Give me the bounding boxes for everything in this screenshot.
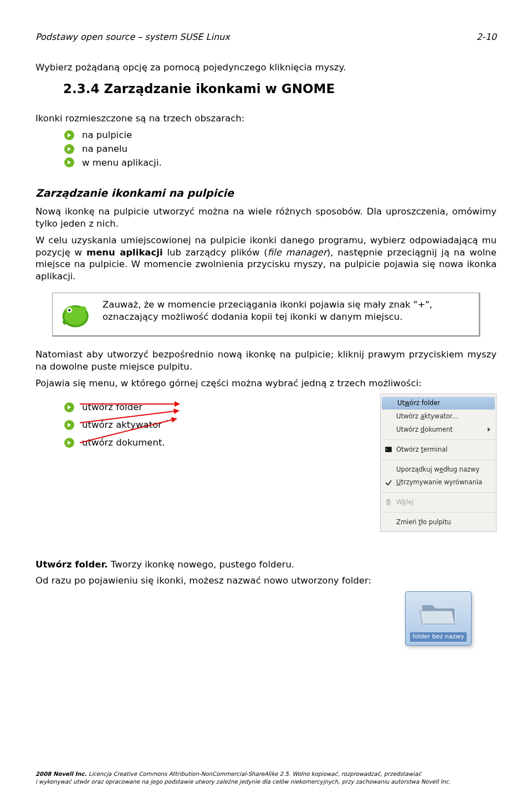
text: Zmień — [396, 518, 418, 526]
text: ktywator... — [424, 412, 458, 420]
check-icon — [385, 479, 392, 487]
list-item: w menu aplikacji. — [35, 157, 497, 169]
page-number: 2-10 — [477, 31, 497, 43]
menu-separator — [381, 512, 496, 513]
paragraph: Pojawia się menu, w którego górnej częśc… — [35, 377, 497, 390]
paragraph: Utwórz folder. Tworzy ikonkę nowego, pus… — [35, 559, 497, 571]
arrow-icon — [64, 130, 74, 140]
menu-item-create-launcher[interactable]: Utwórz aktywator... — [381, 410, 496, 423]
menu-item-keep-aligned[interactable]: Utrzymywanie wyrównania — [381, 476, 496, 489]
list-item: utwórz aktywator — [35, 419, 360, 431]
doc-title: Podstawy open source – system SUSE Linux — [35, 31, 230, 43]
list-item: na pulpicie — [35, 129, 497, 141]
list-item: na panelu — [35, 143, 497, 155]
text-italic: file manager — [268, 247, 327, 258]
copyright: 2008 Novell Inc. Licencja Creative Commo… — [35, 770, 497, 786]
text: e — [439, 466, 443, 473]
options-list: utwórz folder utwórz aktywator utwórz do… — [35, 396, 360, 454]
text: trzymywanie wyrównania — [401, 478, 482, 486]
paste-icon — [385, 499, 392, 507]
text: erminal — [423, 446, 448, 453]
text: ło pulpitu — [421, 518, 451, 526]
list-item-label: na panelu — [82, 143, 127, 155]
menu-separator — [381, 439, 496, 440]
red-arrow-icon — [80, 403, 180, 405]
svg-point-5 — [79, 306, 87, 312]
text-bold: Utwórz folder. — [35, 559, 108, 570]
arrow-icon — [64, 144, 74, 154]
geeko-icon — [60, 299, 93, 330]
arrow-icon — [64, 157, 74, 167]
folder-selection[interactable]: folder bez nazwy — [405, 591, 471, 646]
callout-text: Zauważ, że w momencie przeciągania ikonk… — [103, 299, 471, 323]
arrow-icon — [64, 402, 74, 412]
new-folder-figure: folder bez nazwy — [380, 591, 497, 646]
text: Utwórz — [396, 426, 421, 433]
text-bold: menu aplikacji — [86, 247, 163, 258]
text: d — [421, 426, 424, 433]
arrow-icon — [64, 438, 74, 448]
text: Tworzy ikonkę nowego, pustego folderu. — [108, 559, 295, 570]
section-lead: Ikonki rozmieszczone są na trzech obszar… — [35, 112, 497, 125]
menu-item-create-folder[interactable]: Utwórz folder — [382, 397, 495, 410]
section-number: 2.3.4 — [63, 81, 100, 96]
text: Utwórz — [396, 412, 421, 420]
chevron-right-icon — [488, 427, 490, 432]
text: Licencja Creative Commons Attribution-No… — [86, 771, 421, 777]
text: dług nazwy — [443, 466, 479, 473]
text: W — [396, 498, 402, 506]
menu-item-sort-by-name[interactable]: Uporządkuj według nazwy — [381, 463, 496, 476]
svg-rect-9 — [387, 499, 390, 500]
paragraph: W celu uzyskania umiejscowionej na pulpi… — [35, 234, 497, 283]
text: i wykonywać utwór oraz opracowane na jeg… — [35, 779, 451, 785]
list-item-label: w menu aplikacji. — [82, 157, 162, 169]
text: okument — [424, 426, 453, 433]
menu-item-create-document[interactable]: Utwórz dokument — [381, 423, 496, 436]
menu-separator — [381, 492, 496, 493]
terminal-icon — [385, 446, 392, 453]
text: lej — [406, 498, 413, 506]
text: Ut — [397, 399, 405, 407]
menu-separator — [381, 459, 496, 460]
areas-list: na pulpicie na panelu w menu aplikacji. — [35, 129, 497, 168]
text: lub zarządcy plików ( — [163, 247, 268, 258]
text-bold: 2008 Novell Inc. — [35, 771, 86, 777]
callout-box: Zauważ, że w momencie przeciągania ikonk… — [52, 293, 480, 336]
section-title: Zarządzanie ikonkami w GNOME — [104, 81, 335, 96]
text: Otwórz — [396, 446, 421, 453]
text: w — [405, 399, 410, 407]
menu-item-paste: Wklej — [381, 496, 496, 509]
menu-item-open-terminal[interactable]: Otwórz terminal — [381, 443, 496, 456]
list-item: utwórz dokument. — [35, 437, 360, 449]
section-heading: 2.3.4 Zarządzanie ikonkami w GNOME — [63, 80, 497, 97]
folder-icon — [419, 597, 458, 627]
paragraph: Od razu po pojawieniu się ikonki, możesz… — [35, 575, 497, 587]
folder-name-input[interactable]: folder bez nazwy — [410, 632, 466, 642]
paragraph: Natomiast aby utworzyć bezpośrednio nową… — [35, 349, 497, 373]
svg-rect-8 — [386, 500, 391, 505]
text: Uporządkuj w — [396, 466, 439, 473]
arrow-icon — [64, 420, 74, 430]
text: a — [421, 412, 424, 420]
intro-text: Wybierz pożądaną opcję za pomocą pojedyn… — [35, 62, 497, 74]
list-item-label: na pulpicie — [82, 129, 132, 141]
menu-item-change-background[interactable]: Zmień tło pulpitu — [381, 516, 496, 529]
text: órz folder — [410, 399, 440, 407]
paragraph: Nową ikonkę na pulpicie utworzyć można n… — [35, 206, 497, 230]
context-menu: Utwórz folder Utwórz aktywator... Utwórz… — [380, 393, 497, 531]
svg-rect-7 — [386, 447, 391, 452]
svg-point-4 — [68, 309, 70, 311]
subsection-heading: Zarządzanie ikonkami na pulpicie — [35, 186, 497, 200]
